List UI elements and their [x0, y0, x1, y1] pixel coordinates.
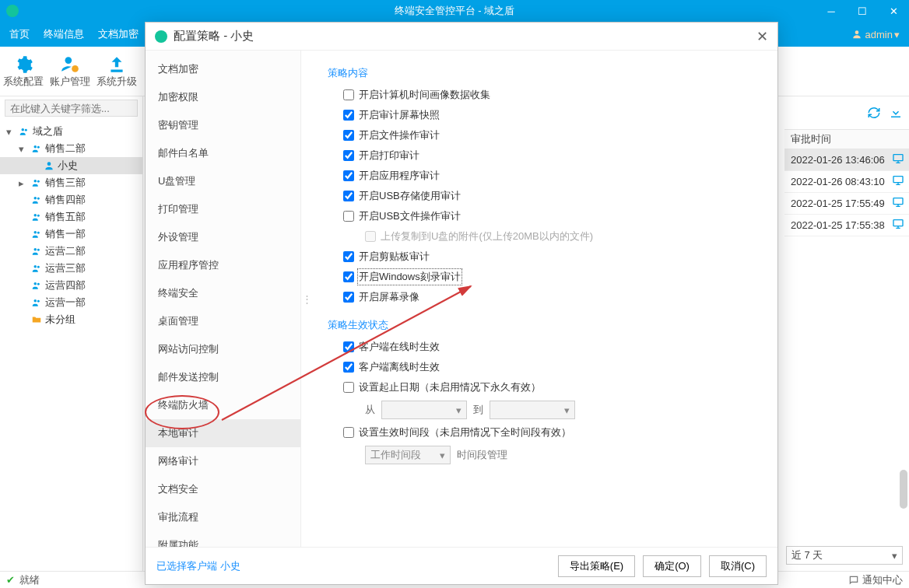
download-icon[interactable]: [889, 106, 903, 122]
user-gear-icon: [60, 54, 80, 75]
ok-button[interactable]: 确定(O): [643, 555, 701, 577]
policy-checkbox[interactable]: 客户端离线时生效: [343, 360, 762, 374]
policy-checkbox[interactable]: 开启剪贴板审计: [343, 250, 762, 264]
policy-checkbox[interactable]: 开启屏幕录像: [343, 290, 762, 304]
monitor-icon[interactable]: [892, 218, 904, 233]
category-item[interactable]: 应用程序管控: [146, 251, 300, 279]
category-list[interactable]: 文档加密加密权限密钥管理邮件白名单U盘管理打印管理外设管理应用程序管控终端安全桌…: [146, 51, 301, 547]
label-to: 到: [473, 403, 483, 417]
menu-doc-encrypt[interactable]: 文档加密: [98, 27, 139, 41]
tree-node[interactable]: 销售四部: [0, 191, 142, 208]
policy-checkbox[interactable]: 开启文件操作审计: [343, 128, 762, 142]
category-item[interactable]: 邮件白名单: [146, 139, 300, 167]
menu-terminal-info[interactable]: 终端信息: [44, 27, 84, 41]
chevron-down-icon: ▾: [894, 29, 900, 40]
cancel-button[interactable]: 取消(C): [709, 555, 767, 577]
dialog-close-button[interactable]: ✕: [756, 28, 768, 45]
tool-system-upgrade[interactable]: 系统升级: [93, 47, 140, 96]
svg-point-22: [37, 283, 40, 285]
policy-checkbox[interactable]: 开启计算机时间画像数据收集: [343, 88, 762, 102]
svg-point-7: [37, 146, 40, 149]
date-range-select[interactable]: 近 7 天▾: [786, 546, 903, 565]
category-item[interactable]: 终端安全: [146, 279, 300, 307]
close-button[interactable]: ✕: [878, 0, 909, 22]
category-item[interactable]: 网络审计: [146, 447, 300, 475]
export-policy-button[interactable]: 导出策略(E): [558, 555, 635, 577]
category-item[interactable]: 桌面管理: [146, 307, 300, 335]
check-icon: ✔: [6, 574, 15, 586]
tree-node[interactable]: ▸销售三部: [0, 174, 142, 191]
maximize-button[interactable]: ☐: [847, 0, 878, 22]
category-item[interactable]: 外设管理: [146, 223, 300, 251]
table-header-approval-time[interactable]: 审批时间: [784, 129, 909, 149]
policy-checkbox[interactable]: 开启Windows刻录审计: [343, 270, 762, 284]
admin-account[interactable]: admin ▾: [851, 29, 900, 40]
tree-node[interactable]: 销售一部: [0, 226, 142, 243]
policy-checkbox[interactable]: 开启USB文件操作审计: [343, 209, 762, 223]
policy-checkbox[interactable]: 设置生效时间段（未启用情况下全时间段有效）: [343, 425, 762, 439]
category-item[interactable]: 附属功能: [146, 531, 300, 547]
tool-system-config[interactable]: 系统配置: [0, 47, 47, 96]
table-row[interactable]: 2022-01-25 17:55:38: [784, 215, 909, 236]
category-item[interactable]: 文档安全: [146, 475, 300, 503]
work-period-select[interactable]: 工作时间段▾: [365, 446, 451, 464]
app-title: 终端安全管控平台 - 域之盾: [395, 4, 515, 18]
tool-account-mgmt[interactable]: 账户管理: [47, 47, 93, 96]
policy-checkbox[interactable]: 开启打印审计: [343, 149, 762, 163]
svg-rect-3: [111, 69, 122, 72]
monitor-icon[interactable]: [892, 196, 904, 211]
tree-node[interactable]: ▾域之盾: [0, 123, 142, 140]
tree-filter-input[interactable]: [5, 100, 138, 117]
tree-node[interactable]: 运营二部: [0, 243, 142, 260]
category-item[interactable]: 文档加密: [146, 55, 300, 83]
category-item[interactable]: 本地审计: [146, 419, 300, 447]
svg-point-18: [37, 249, 40, 251]
chat-icon: [848, 575, 859, 586]
svg-point-9: [34, 180, 37, 183]
table-row[interactable]: 2022-01-25 17:55:49: [784, 193, 909, 215]
category-item[interactable]: 终端防火墙: [146, 391, 300, 419]
user-icon: [851, 29, 862, 40]
svg-point-1: [65, 57, 72, 64]
tree-node[interactable]: 小史: [0, 157, 142, 174]
period-manage-link[interactable]: 时间段管理: [457, 448, 507, 462]
menu-home[interactable]: 首页: [9, 27, 30, 41]
tree-node[interactable]: 运营一部: [0, 294, 142, 311]
policy-checkbox[interactable]: 开启审计屏幕快照: [343, 108, 762, 122]
monitor-icon[interactable]: [892, 174, 904, 189]
drag-handle-icon[interactable]: ⋮: [301, 51, 312, 547]
tree-node[interactable]: ▾销售二部: [0, 140, 142, 157]
tree-node[interactable]: 运营四部: [0, 277, 142, 294]
tree-node[interactable]: 销售五部: [0, 208, 142, 226]
tree-node[interactable]: 运营三部: [0, 260, 142, 277]
notification-center[interactable]: 通知中心: [848, 573, 903, 587]
svg-rect-28: [893, 198, 903, 205]
date-from-select[interactable]: ▾: [381, 401, 467, 419]
table-row[interactable]: 2022-01-26 08:43:10: [784, 171, 909, 193]
date-to-select[interactable]: ▾: [490, 401, 575, 419]
policy-checkbox[interactable]: 开启USB存储使用审计: [343, 189, 762, 203]
svg-point-24: [37, 300, 40, 303]
tree-node[interactable]: 未分组: [0, 311, 142, 328]
monitor-icon[interactable]: [892, 152, 904, 167]
category-item[interactable]: U盘管理: [146, 167, 300, 195]
minimize-button[interactable]: ─: [816, 0, 847, 22]
category-item[interactable]: 网站访问控制: [146, 335, 300, 363]
table-row[interactable]: 2022-01-26 13:46:06: [784, 149, 909, 171]
category-item[interactable]: 加密权限: [146, 83, 300, 111]
category-item[interactable]: 密钥管理: [146, 111, 300, 139]
svg-point-11: [34, 197, 37, 199]
sidebar: ▾域之盾▾销售二部小史▸销售三部销售四部销售五部销售一部运营二部运营三部运营四部…: [0, 96, 143, 571]
org-tree[interactable]: ▾域之盾▾销售二部小史▸销售三部销售四部销售五部销售一部运营二部运营三部运营四部…: [0, 120, 142, 571]
category-item[interactable]: 打印管理: [146, 195, 300, 223]
policy-checkbox[interactable]: 设置起止日期（未启用情况下永久有效）: [343, 380, 762, 394]
scrollbar[interactable]: [900, 470, 907, 509]
category-item[interactable]: 邮件发送控制: [146, 363, 300, 391]
section-policy-content: 策略内容: [328, 66, 762, 80]
svg-point-19: [34, 265, 37, 268]
policy-checkbox[interactable]: 开启应用程序审计: [343, 169, 762, 183]
category-item[interactable]: 审批流程: [146, 503, 300, 531]
refresh-icon[interactable]: [867, 106, 881, 122]
policy-checkbox[interactable]: 客户端在线时生效: [343, 340, 762, 354]
svg-point-15: [34, 231, 37, 234]
